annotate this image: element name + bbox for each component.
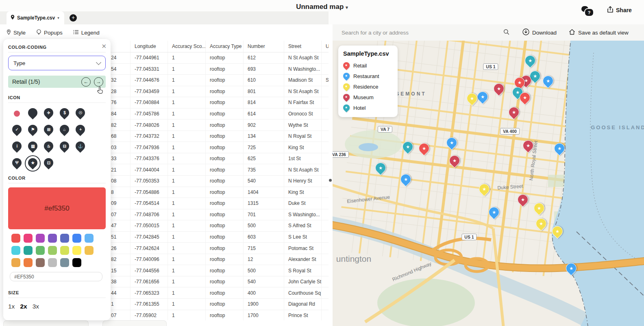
- table-row[interactable]: 03-77.0479361rooftop725King St: [107, 142, 329, 153]
- icon-option-pin-flag[interactable]: ⚑: [25, 122, 41, 138]
- color-coding-field-dropdown[interactable]: Type: [8, 56, 106, 70]
- icon-option-pin-monument[interactable]: ☉: [72, 105, 88, 122]
- icon-option-pin-bell[interactable]: ♨: [41, 139, 57, 155]
- table-row[interactable]: 82-77.0480261rooftop902Wythe St: [107, 120, 329, 131]
- table-row[interactable]: 08-77.0503531rooftop540N Henry St: [107, 176, 329, 187]
- palette-swatch[interactable]: [24, 246, 33, 255]
- icon-option-pin-check[interactable]: ✓: [9, 122, 25, 138]
- palette-swatch[interactable]: [85, 246, 94, 255]
- palette-swatch[interactable]: [85, 234, 94, 243]
- table-row[interactable]: 09-77.0545141rooftop1315Duke St: [107, 198, 329, 209]
- icon-option-pin-airplane[interactable]: ✈: [41, 105, 57, 122]
- icon-option-pin-cart[interactable]: ⊞: [41, 122, 57, 138]
- add-layer-button[interactable]: +: [70, 14, 77, 22]
- palette-swatch[interactable]: [72, 234, 81, 243]
- prev-category-button[interactable]: ←: [81, 77, 91, 87]
- table-cell: 625: [243, 153, 284, 164]
- palette-swatch[interactable]: [60, 258, 69, 267]
- table-row[interactable]: 8-77.0548861rooftop1404King St: [107, 187, 329, 198]
- table-row[interactable]: 24-77.0449611rooftop612N St Asaph St: [107, 52, 329, 64]
- table-row[interactable]: 54-77.0453311rooftop693N Washingto...: [107, 64, 329, 75]
- table-row[interactable]: 32-77.0446761rooftop610Madison StS: [107, 75, 329, 86]
- table-row[interactable]: 21-77.0440041rooftop735N St Asaph St: [107, 164, 329, 176]
- table-row[interactable]: 68-77.0437321rooftop134N Royal St: [107, 131, 329, 142]
- table-row[interactable]: 26-77.0426241rooftop715Potomac St: [107, 243, 329, 254]
- palette-swatch[interactable]: [72, 246, 81, 255]
- next-category-button[interactable]: →: [94, 77, 103, 87]
- current-color-swatch[interactable]: #ef5350: [8, 187, 106, 229]
- size-option-2x[interactable]: 2x: [20, 303, 27, 310]
- palette-swatch[interactable]: [11, 234, 20, 243]
- palette-swatch[interactable]: [24, 258, 33, 267]
- column-header[interactable]: Street: [284, 41, 321, 52]
- palette-swatch[interactable]: [48, 234, 57, 243]
- column-header[interactable]: Accuracy Sco...: [168, 41, 205, 52]
- table-row[interactable]: 33-77.0433761rooftop6251st St: [107, 153, 329, 165]
- icon-option-pin-dollar[interactable]: $: [57, 105, 72, 122]
- table-row[interactable]: 44-77.0653231rooftop400Courthouse Sq: [107, 287, 329, 299]
- column-header[interactable]: Number: [243, 41, 284, 52]
- palette-swatch[interactable]: [60, 234, 69, 243]
- table-cell: rooftop: [205, 198, 243, 209]
- close-icon[interactable]: ✕: [101, 43, 107, 50]
- column-header[interactable]: Longitude: [130, 41, 168, 52]
- column-header[interactable]: U: [321, 41, 329, 52]
- palette-swatch[interactable]: [36, 258, 45, 267]
- palette-swatch[interactable]: [11, 258, 20, 267]
- table-row[interactable]: 1-77.0613551rooftop1900Diagonal Rd: [107, 299, 329, 310]
- icon-option-pin-home[interactable]: ⌂: [57, 122, 72, 138]
- palette-swatch[interactable]: [24, 234, 33, 243]
- map-title[interactable]: Unnamed map▾: [0, 3, 644, 11]
- icon-option-pin-star[interactable]: ★: [25, 155, 41, 172]
- road-shield: VA 400: [500, 128, 520, 135]
- size-option-3x[interactable]: 3x: [33, 303, 39, 310]
- icon-option-pin-car[interactable]: ⊟: [57, 139, 72, 155]
- icon-option-pin-hydrant[interactable]: ⚓: [72, 139, 88, 155]
- table-row[interactable]: 07-77.0487061rooftop701S Washingto...: [107, 209, 329, 221]
- palette-swatch[interactable]: [11, 246, 20, 255]
- table-row[interactable]: 76-77.0408841rooftop814N Fairfax St: [107, 97, 329, 109]
- icon-option-pin-bus[interactable]: ⊡: [41, 155, 57, 172]
- icon-option-pin-info[interactable]: i: [9, 139, 25, 155]
- map-canvas[interactable]: ROSEMONTGOOSE ISLANDNorth Royal StreetDu…: [333, 41, 644, 326]
- style-tab[interactable]: Style: [7, 29, 26, 36]
- legend-tab[interactable]: Legend: [73, 30, 100, 36]
- table-row[interactable]: 15-77.0445561rooftop500S Royal St: [107, 265, 329, 276]
- help-button[interactable]: ?: [581, 5, 595, 17]
- panel-resize-handle[interactable]: [329, 179, 332, 182]
- download-button[interactable]: Download: [522, 28, 557, 37]
- dataset-tab[interactable]: SampleType.csv ▾: [7, 11, 64, 24]
- palette-swatch[interactable]: [60, 246, 69, 255]
- share-button[interactable]: Share: [607, 6, 632, 14]
- save-default-view-button[interactable]: Save as default view: [569, 29, 629, 36]
- table-row[interactable]: 28-77.0434591rooftop801N St Asaph St: [107, 86, 329, 98]
- column-header[interactable]: Accuracy Type: [205, 41, 243, 52]
- palette-swatch[interactable]: [48, 258, 57, 267]
- palette-swatch[interactable]: [72, 258, 81, 267]
- table-row[interactable]: 51-77.0428451rooftop603S Lee St: [107, 232, 329, 243]
- table-row[interactable]: 82-77.0400961rooftop12Alexander St: [107, 254, 329, 265]
- table-cell: rooftop: [205, 97, 243, 108]
- map-legend-card[interactable]: SampleType.csv ★Retail★Restaurant★Reside…: [338, 46, 398, 117]
- table-cell: [321, 276, 329, 287]
- search-icon[interactable]: [503, 29, 509, 37]
- legend-tab-label: Legend: [81, 30, 100, 36]
- popups-tab[interactable]: Popups: [36, 29, 63, 36]
- palette-swatch[interactable]: [48, 246, 57, 255]
- icon-option-pin-medical[interactable]: +: [72, 122, 88, 138]
- icon-option-pin-restaurant[interactable]: Ψ: [9, 155, 25, 172]
- size-option-1x[interactable]: 1x: [8, 303, 15, 310]
- table-row[interactable]: 47-77.0500151rooftop500S Alfred St: [107, 220, 329, 232]
- icon-option-pin-book[interactable]: ▤: [25, 139, 41, 155]
- search-input[interactable]: [341, 29, 501, 36]
- table-cell: 134: [243, 131, 284, 142]
- table-cell: Wythe St: [284, 120, 321, 130]
- table-row[interactable]: 07-77.059021rooftop1700Prince St: [107, 310, 329, 320]
- icon-option-dot[interactable]: [9, 105, 25, 122]
- palette-swatch[interactable]: [36, 246, 45, 255]
- icon-option-pin-plain[interactable]: [25, 105, 41, 122]
- hex-color-input[interactable]: [10, 272, 102, 281]
- table-row[interactable]: 84-77.0457861rooftop614Oronoco St: [107, 109, 329, 120]
- palette-swatch[interactable]: [36, 234, 45, 243]
- table-row[interactable]: 38-77.0616561rooftop540John Carlyle St: [107, 276, 329, 288]
